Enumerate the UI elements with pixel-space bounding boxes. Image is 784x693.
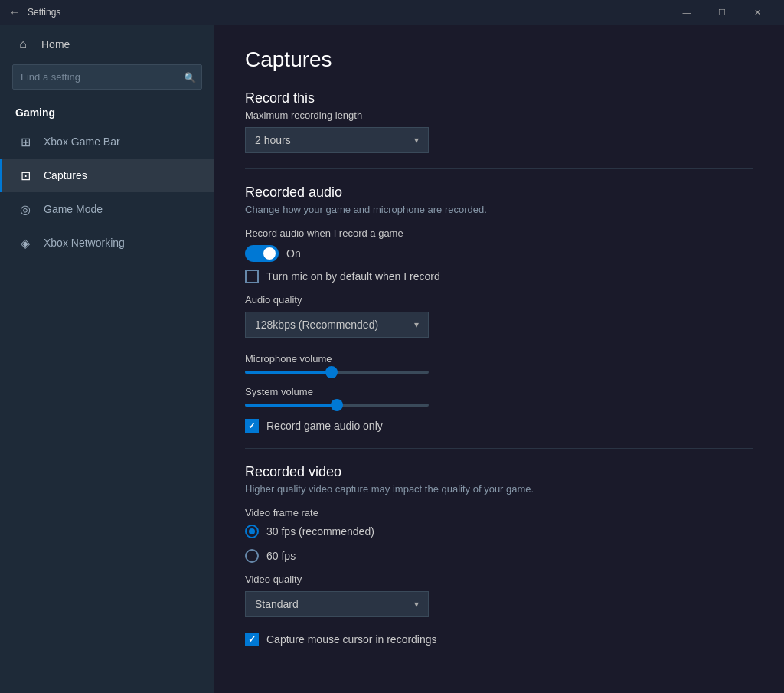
audio-quality-arrow: ▾ [414,319,419,330]
fps-30-radio-inner [249,528,255,534]
mic-checkbox[interactable] [245,270,259,283]
audio-quality-label: Audio quality [245,294,753,306]
recorded-video-section: Recorded video Higher quality video capt… [245,464,753,646]
sidebar-item-captures[interactable]: ⊡ Captures [0,159,214,192]
divider-1 [245,168,753,169]
audio-quality-dropdown[interactable]: 128kbps (Recommended) ▾ [245,312,429,338]
recorded-audio-desc: Change how your game and microphone are … [245,204,753,215]
recorded-video-desc: Higher quality video capture may impact … [245,483,753,495]
cursor-check-mark: ✓ [248,634,256,645]
system-volume-container: System volume [245,386,753,407]
cursor-checkbox-label: Capture mouse cursor in recordings [266,633,437,646]
toggle-state-label: On [286,247,301,260]
sidebar: ⌂ Home 🔍 Gaming ⊞ Xbox Game Bar ⊡ Captur… [0,25,214,693]
sidebar-section-label: Gaming [0,99,214,125]
max-length-label: Maximum recording length [245,110,753,121]
mic-volume-container: Microphone volume [245,353,753,374]
close-button[interactable]: ✕ [740,0,775,25]
mic-checkbox-row: Turn mic on by default when I record [245,270,753,283]
search-icon: 🔍 [184,71,196,83]
video-quality-dropdown[interactable]: Standard ▾ [245,591,429,617]
minimize-button[interactable]: — [669,0,704,25]
mic-checkbox-label: Turn mic on by default when I record [266,270,440,283]
back-button[interactable]: ← [9,6,20,18]
main-layout: ⌂ Home 🔍 Gaming ⊞ Xbox Game Bar ⊡ Captur… [0,25,784,693]
fps-30-label: 30 fps (recommended) [266,525,374,538]
sidebar-item-home[interactable]: ⌂ Home [0,25,214,64]
record-game-audio-label: Record game audio only [266,420,383,432]
xbox-networking-icon: ◈ [18,235,33,250]
mic-volume-label: Microphone volume [245,353,753,364]
sidebar-item-label: Captures [44,169,87,181]
system-volume-fill [245,404,337,407]
page-title: Captures [245,47,753,72]
sidebar-item-label: Xbox Game Bar [44,136,120,148]
divider-2 [245,448,753,449]
sidebar-item-game-mode[interactable]: ◎ Game Mode [0,192,214,226]
cursor-checkbox[interactable]: ✓ [245,633,259,646]
fps-30-radio[interactable] [245,525,259,538]
recorded-video-title: Recorded video [245,464,753,480]
window-controls: — ☐ ✕ [669,0,775,25]
record-audio-toggle-label: Record audio when I record a game [245,227,753,239]
home-icon: ⌂ [15,37,31,52]
content-area: Captures Record this Maximum recording l… [214,25,784,693]
max-length-dropdown[interactable]: 2 hours ▾ [245,127,429,153]
mic-volume-track [245,371,429,374]
max-length-value: 2 hours [255,134,291,146]
video-quality-value: Standard [255,598,299,610]
xbox-game-bar-icon: ⊞ [18,134,33,149]
record-game-audio-checkbox[interactable]: ✓ [245,419,259,433]
mic-volume-fill [245,371,332,374]
record-audio-toggle[interactable] [245,245,279,262]
search-input[interactable] [12,64,202,90]
video-quality-arrow: ▾ [414,599,419,610]
search-container: 🔍 [12,64,202,90]
fps-30-row: 30 fps (recommended) [245,525,753,538]
maximize-button[interactable]: ☐ [704,0,740,25]
audio-quality-value: 128kbps (Recommended) [255,319,378,331]
fps-60-label: 60 fps [266,550,296,562]
record-this-section: Record this Maximum recording length 2 h… [245,90,753,153]
mic-volume-thumb[interactable] [325,366,338,378]
titlebar: ← Settings — ☐ ✕ [0,0,784,25]
app-title: Settings [28,7,669,18]
sidebar-item-label: Xbox Networking [44,237,125,249]
sidebar-item-label: Game Mode [44,203,103,215]
sidebar-item-xbox-networking[interactable]: ◈ Xbox Networking [0,226,214,260]
sidebar-item-xbox-game-bar[interactable]: ⊞ Xbox Game Bar [0,125,214,159]
toggle-row: On [245,245,753,262]
record-this-title: Record this [245,90,753,106]
frame-rate-label: Video frame rate [245,507,753,518]
video-quality-label: Video quality [245,574,753,585]
fps-60-radio[interactable] [245,549,259,563]
max-length-arrow: ▾ [414,135,419,145]
system-volume-thumb[interactable] [331,399,343,411]
cursor-checkbox-row: ✓ Capture mouse cursor in recordings [245,633,753,646]
recorded-audio-section: Recorded audio Change how your game and … [245,185,753,433]
home-label: Home [41,38,70,51]
record-game-audio-check: ✓ [248,420,256,431]
system-volume-label: System volume [245,386,753,397]
record-game-audio-row: ✓ Record game audio only [245,419,753,433]
captures-icon: ⊡ [18,168,33,183]
fps-60-row: 60 fps [245,549,753,563]
recorded-audio-title: Recorded audio [245,185,753,201]
system-volume-track [245,404,429,407]
game-mode-icon: ◎ [18,201,33,217]
